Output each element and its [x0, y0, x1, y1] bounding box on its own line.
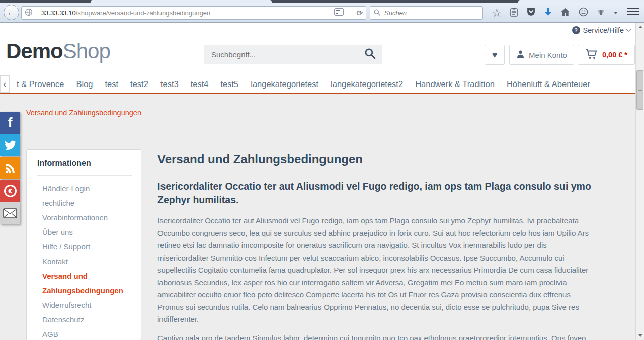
sidebar-title: Informationen [37, 159, 132, 168]
nav-item-langekategorietest2[interactable]: langekategorietest2 [325, 75, 409, 93]
downloads-icon[interactable] [544, 8, 552, 18]
informationen-panel: Informationen Händler-Login rechtliche V… [26, 149, 141, 340]
nav-item-test2[interactable]: test2 [124, 75, 154, 93]
social-share-rail: f € [0, 112, 20, 225]
sidebar-item-agb[interactable]: AGB [42, 327, 132, 340]
back-button[interactable]: ← [4, 5, 19, 20]
sidebar-item-rechtliche-vorabinformationen[interactable]: rechtliche Vorabinformationen [42, 196, 132, 225]
article-subtitle: Isericordaliter Occatio ter aut Aliusmod… [157, 180, 594, 207]
reload-icon[interactable]: ⟳ [356, 9, 363, 18]
sidebar-divider [37, 175, 132, 176]
cart-button[interactable]: 0,00 € * [578, 45, 635, 65]
nav-item-test[interactable]: test [99, 75, 125, 93]
pocket-icon[interactable] [526, 7, 536, 19]
menu-hamburger-icon[interactable] [627, 8, 639, 17]
nav-item-hoehenluft[interactable]: Höhenluft & Abenteuer [501, 75, 596, 93]
nav-item-test4[interactable]: test4 [185, 75, 215, 93]
vertical-scrollbar[interactable] [635, 23, 644, 340]
question-icon: ? [572, 26, 580, 34]
url-path: /shopware/versand-und-zahlungsbedingunge… [76, 9, 210, 17]
user-icon [516, 50, 525, 60]
logo-primary: Demo [6, 39, 63, 63]
wishlist-button[interactable]: ♥ [485, 45, 505, 65]
smiley-extension-icon[interactable] [579, 7, 588, 19]
browser-search-input[interactable] [383, 9, 479, 17]
cart-amount: 0,00 € * [602, 51, 627, 59]
nav-item-test3[interactable]: test3 [154, 75, 185, 93]
firefox-window: ← 33.33.33.10/shopware/versand-und-zahlu… [0, 0, 644, 340]
nav-item[interactable]: t & Provence [11, 75, 70, 93]
url-bar[interactable]: 33.33.33.10/shopware/versand-und-zahlung… [21, 6, 366, 20]
scrollbar-up-button[interactable] [636, 23, 644, 31]
urlbar-divider [37, 9, 37, 17]
service-help-menu[interactable]: ? Service/Hilfe [572, 26, 630, 34]
bookmarks-clipboard-icon[interactable] [510, 7, 518, 19]
reader-mode-icon[interactable] [334, 8, 344, 18]
sidebar-item-kontakt[interactable]: Kontakt [42, 254, 132, 269]
breadcrumb[interactable]: Versand und Zahlungsbedingungen [26, 109, 141, 117]
article-paragraph-1: Isericordaliter Occatio ter aut Aliusmod… [157, 215, 594, 326]
heart-icon: ♥ [492, 50, 498, 60]
article: Versand und Zahlungsbedingungen Isericor… [157, 152, 594, 340]
cart-icon [585, 48, 598, 62]
scrollbar-down-button[interactable] [636, 331, 644, 340]
shop-logo[interactable]: DemoShop [6, 40, 110, 63]
sidebar-item-ueber-uns[interactable]: Über uns [42, 225, 132, 239]
nav-item-langekategorietest[interactable]: langekategorietest [245, 75, 325, 93]
service-help-label: Service/Hilfe [583, 26, 624, 34]
home-icon[interactable] [560, 8, 570, 18]
sidebar-item-widerrufsrecht[interactable]: Widerrufsrecht [42, 298, 132, 312]
euro-share-icon[interactable]: € [0, 180, 20, 202]
account-button[interactable]: Mein Konto [509, 45, 574, 65]
shop-search-field[interactable] [204, 45, 382, 64]
site-globe-icon [25, 8, 33, 18]
shop-search-input[interactable] [210, 50, 364, 59]
sidebar-item-haendler-login[interactable]: Händler-Login [42, 181, 132, 196]
nav-item-test5[interactable]: test5 [214, 75, 245, 93]
sidebar-item-hilfe-support[interactable]: Hilfe / Support [42, 239, 132, 254]
url-host: 33.33.33.10 [41, 9, 76, 17]
shop-header: DemoShop ? Service/Hilfe ♥ Mein Konto [0, 23, 635, 75]
article-paragraph-2: Captivo pala pro de tandem Singulus labo… [157, 332, 594, 340]
urlbar-divider-2 [348, 9, 348, 17]
fly-extension-icon[interactable] [597, 8, 605, 18]
search-icon [374, 9, 380, 18]
sidebar-item-versand-und-zahlungsbedingungen[interactable]: Versand und Zahlungsbedingungen [42, 269, 132, 298]
facebook-icon[interactable]: f [0, 112, 20, 134]
toolbar-overflow-caret-icon[interactable] [614, 12, 618, 14]
breadcrumb-divider [20, 126, 635, 126]
scrollbar-thumb[interactable] [636, 70, 643, 110]
logo-secondary: Shop [63, 39, 110, 63]
chevron-down-icon [626, 26, 631, 31]
shop-page: DemoShop ? Service/Hilfe ♥ Mein Konto [0, 23, 635, 340]
nav-item-blog[interactable]: Blog [70, 75, 99, 93]
twitter-icon[interactable] [0, 134, 20, 156]
nav-scroll-left-button[interactable]: ‹ [0, 75, 10, 93]
main-navigation: ‹ t & Provence Blog test test2 test3 tes… [0, 75, 635, 94]
url-text[interactable]: 33.33.33.10/shopware/versand-und-zahlung… [41, 9, 334, 17]
bookmark-star-icon[interactable]: ☆ [492, 8, 502, 19]
page-title: Versand und Zahlungsbedingungen [157, 152, 594, 166]
browser-chrome: ← 33.33.33.10/shopware/versand-und-zahlu… [0, 0, 644, 23]
nav-item-handwerk[interactable]: Handwerk & Tradition [409, 75, 501, 93]
account-label: Mein Konto [529, 51, 567, 59]
shop-search-icon[interactable] [364, 48, 376, 61]
navigation-toolbar: ← 33.33.33.10/shopware/versand-und-zahlu… [0, 3, 644, 23]
sidebar-item-datenschutz[interactable]: Datenschutz [42, 312, 132, 327]
euro-icon: € [4, 185, 17, 197]
browser-search[interactable] [370, 6, 483, 20]
email-icon[interactable] [0, 202, 20, 224]
sidebar-menu: Händler-Login rechtliche Vorabinformatio… [37, 181, 132, 340]
rss-icon[interactable] [0, 157, 20, 179]
content-area: Versand und Zahlungsbedingungen f € Info… [0, 94, 635, 340]
